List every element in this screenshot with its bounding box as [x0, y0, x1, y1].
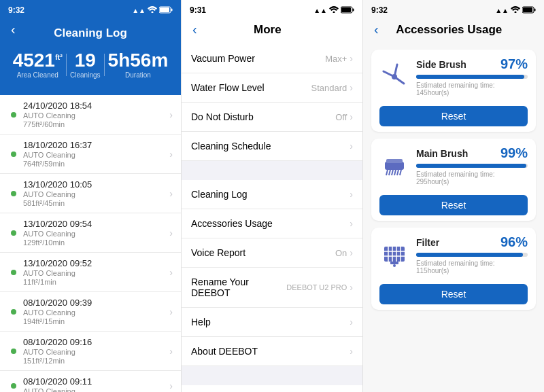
more-section-2: Cleaning Log › Accessories Usage › Voice…: [182, 180, 362, 366]
item-content: 08/10/2020 09:11 AUTO Cleaning: [23, 376, 169, 392]
more-back-button[interactable]: ‹: [192, 22, 197, 37]
list-item[interactable]: 13/10/2020 10:05 AUTO Cleaning 581ft²/45…: [0, 174, 181, 213]
item-area: 194ft²/15min: [23, 317, 169, 325]
side-brush-name-row: Side Brush 97%: [416, 56, 528, 72]
more-section-1: Vacuum Power Max+ › Water Flow Level Sta…: [182, 44, 362, 161]
signal-icon-3: ▲▲: [495, 7, 509, 14]
svg-rect-7: [353, 8, 354, 11]
filter-progress-fill: [416, 253, 523, 257]
svg-line-21: [392, 170, 393, 175]
list-item[interactable]: 13/10/2020 09:54 AUTO Cleaning 129ft²/10…: [0, 213, 181, 253]
do-not-disturb-item[interactable]: Do Not Disturb Off ›: [182, 103, 362, 132]
list-item[interactable]: 13/10/2020 09:52 AUTO Cleaning 11ft²/1mi…: [0, 253, 181, 292]
about-deebot-item[interactable]: About DEEBOT ›: [182, 337, 362, 366]
cleaning-log-label: Cleaning Log: [191, 189, 350, 200]
water-flow-chevron: ›: [350, 82, 353, 93]
main-brush-progress-fill: [416, 164, 526, 168]
svg-rect-25: [386, 159, 403, 163]
battery-icon-2: [341, 6, 354, 15]
svg-rect-12: [523, 7, 532, 12]
rename-deebot-value: DEEBOT U2 PRO: [286, 283, 347, 291]
side-brush-reset-button[interactable]: Reset: [379, 106, 528, 126]
item-date: 24/10/2020 18:54: [23, 101, 169, 111]
item-content: 08/10/2020 09:39 AUTO Cleaning 194ft²/15…: [23, 298, 169, 325]
item-date: 08/10/2020 09:11: [23, 376, 169, 387]
filter-progress-bg: [416, 253, 528, 257]
find-my-deebot-item[interactable]: Find My DEEBOT: [182, 385, 362, 392]
list-item[interactable]: 24/10/2020 18:54 AUTO Cleaning 775ft²/60…: [0, 95, 181, 135]
accessories-back-button[interactable]: ‹: [374, 22, 379, 37]
list-item[interactable]: 08/10/2020 09:11 AUTO Cleaning ›: [0, 371, 181, 392]
filter-name-row: Filter 96%: [416, 234, 528, 250]
list-item[interactable]: 08/10/2020 09:16 AUTO Cleaning 151ft²/12…: [0, 332, 181, 371]
side-brush-top: Side Brush 97% Estimated remaining time:…: [379, 56, 528, 96]
main-brush-name-row: Main Brush 99%: [416, 145, 528, 161]
list-item-chevron: ›: [169, 109, 173, 120]
cleaning-log-title: Cleaning Log: [11, 26, 170, 40]
cleaning-log-chevron: ›: [350, 189, 353, 200]
side-brush-icon: [379, 62, 409, 92]
item-area: 775ft²/60min: [23, 120, 169, 128]
rename-deebot-item[interactable]: Rename Your DEEBOT DEEBOT U2 PRO ›: [182, 268, 362, 308]
item-area: 764ft²/59min: [23, 160, 169, 168]
cleaning-log-header: ‹ Cleaning Log 4521ft² Area Cleaned 19 C…: [0, 18, 181, 95]
wifi-icon-3: [511, 6, 520, 14]
side-brush-info: Side Brush 97% Estimated remaining time:…: [416, 56, 528, 96]
vacuum-power-item[interactable]: Vacuum Power Max+ ›: [182, 44, 362, 73]
water-flow-item[interactable]: Water Flow Level Standard ›: [182, 73, 362, 103]
cleanings-stat: 19 Cleanings: [70, 51, 100, 79]
item-dot: [11, 270, 16, 275]
cleaning-log-list: 24/10/2020 18:54 AUTO Cleaning 775ft²/60…: [0, 95, 181, 392]
accessories-content: Side Brush 97% Estimated remaining time:…: [363, 44, 544, 392]
duration-value: 5h56m: [108, 51, 169, 70]
main-brush-estimated: Estimated remaining time: 295hour(s): [416, 171, 528, 185]
list-item[interactable]: 18/10/2020 16:37 AUTO Cleaning 764ft²/59…: [0, 135, 181, 174]
cleaning-log-panel: 9:32 ▲▲ ‹ Cleaning Log: [0, 0, 181, 392]
item-detail: AUTO Cleaning: [23, 269, 169, 277]
filter-reset-button[interactable]: Reset: [379, 284, 528, 304]
filter-top: Filter 96% Estimated remaining time: 115…: [379, 234, 528, 274]
item-date: 13/10/2020 10:05: [23, 179, 169, 190]
accessories-usage-label: Accessories Usage: [191, 218, 350, 229]
item-dot: [11, 112, 16, 118]
list-item-chevron: ›: [169, 346, 173, 357]
list-item-chevron: ›: [169, 267, 173, 278]
list-item-chevron: ›: [169, 228, 173, 238]
svg-line-20: [389, 170, 390, 175]
cleaning-schedule-label: Cleaning Schedule: [191, 141, 350, 152]
accessories-usage-chevron: ›: [350, 218, 353, 229]
cleaning-log-item[interactable]: Cleaning Log ›: [182, 180, 362, 209]
filter-card: Filter 96% Estimated remaining time: 115…: [371, 228, 536, 310]
item-content: 13/10/2020 09:54 AUTO Cleaning 129ft²/10…: [23, 219, 169, 247]
svg-point-17: [392, 74, 397, 79]
side-brush-progress-fill: [416, 75, 524, 79]
accessories-usage-item[interactable]: Accessories Usage ›: [182, 209, 362, 238]
list-item[interactable]: 08/10/2020 09:39 AUTO Cleaning 194ft²/15…: [0, 292, 181, 332]
stat-divider-1: [66, 54, 67, 76]
side-brush-name: Side Brush: [416, 59, 466, 70]
svg-line-19: [386, 170, 388, 175]
do-not-disturb-chevron: ›: [350, 111, 353, 122]
item-content: 24/10/2020 18:54 AUTO Cleaning 775ft²/60…: [23, 101, 169, 128]
filter-estimated: Estimated remaining time: 115hour(s): [416, 260, 528, 274]
status-time-2: 9:31: [190, 5, 206, 15]
filter-pct: 96%: [500, 234, 528, 250]
accessories-title: Accessories Usage: [384, 23, 514, 37]
more-title: More: [203, 23, 333, 37]
list-item-chevron: ›: [169, 188, 173, 199]
item-detail: AUTO Cleaning: [23, 230, 169, 238]
svg-rect-33: [390, 262, 398, 264]
item-date: 08/10/2020 09:16: [23, 337, 169, 347]
rename-deebot-chevron: ›: [350, 282, 353, 293]
item-content: 13/10/2020 10:05 AUTO Cleaning 581ft²/45…: [23, 179, 169, 207]
cleaning-schedule-item[interactable]: Cleaning Schedule ›: [182, 132, 362, 161]
area-cleaned-label: Area Cleaned: [13, 71, 63, 79]
wifi-icon-2: [329, 6, 339, 14]
status-time-3: 9:32: [371, 5, 388, 15]
cleanings-label: Cleanings: [70, 71, 100, 79]
item-area: 151ft²/12min: [23, 357, 169, 365]
help-item[interactable]: Help ›: [182, 308, 362, 337]
main-brush-reset-button[interactable]: Reset: [379, 195, 528, 215]
voice-report-item[interactable]: Voice Report On ›: [182, 238, 362, 268]
signal-icon-1: ▲▲: [132, 7, 146, 14]
